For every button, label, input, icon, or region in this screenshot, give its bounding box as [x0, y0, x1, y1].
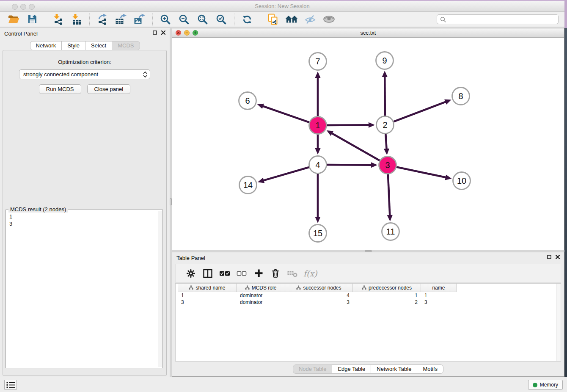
edge-3-11[interactable]	[388, 174, 390, 216]
home-view-button[interactable]	[284, 13, 299, 26]
tab-motifs[interactable]: Motifs	[417, 364, 443, 374]
export-table-button[interactable]	[114, 13, 128, 26]
table-cell[interactable]: 4	[285, 292, 353, 299]
search-input[interactable]	[448, 17, 555, 22]
column-header-predecessor-nodes[interactable]: predecessor nodes	[353, 284, 421, 292]
save-session-button[interactable]	[25, 13, 39, 26]
graph-node-label: 14	[243, 180, 253, 190]
edge-arrowhead	[258, 178, 264, 183]
control-panel: Control Panel NetworkStyleSelectMCDS Opt…	[0, 28, 170, 377]
add-column-button[interactable]	[251, 267, 266, 280]
network-close-button[interactable]: ✕	[176, 30, 181, 36]
optimization-criterion-label: Optimization criterion:	[3, 59, 166, 65]
edge-1-6[interactable]	[262, 106, 309, 122]
edge-arrowhead	[387, 215, 393, 221]
table-cell[interactable]: 1	[353, 292, 421, 299]
edge-arrowhead	[315, 148, 320, 155]
control-panel-title: Control Panel	[4, 30, 38, 37]
table-cell[interactable]: 3	[421, 299, 457, 306]
edge-2-8[interactable]	[394, 102, 446, 121]
open-session-button[interactable]	[6, 13, 21, 26]
column-header-successor-nodes[interactable]: successor nodes	[285, 284, 353, 292]
refresh-button[interactable]	[240, 13, 254, 26]
close-panel-icon[interactable]	[161, 30, 165, 35]
task-history-button[interactable]	[4, 380, 17, 390]
edge-3-10[interactable]	[396, 167, 446, 177]
table-row[interactable]: 1dominator411	[178, 292, 457, 299]
function-builder-button[interactable]: f(x)	[303, 269, 317, 278]
table-cell[interactable]: 2	[353, 299, 421, 306]
tab-select[interactable]: Select	[85, 41, 112, 50]
network-minimize-button[interactable]: −	[184, 30, 190, 36]
window-zoom-button[interactable]	[29, 4, 35, 10]
mcds-result-line: 1	[9, 213, 162, 220]
deselect-all-rows-button[interactable]	[234, 267, 249, 280]
tab-edge-table[interactable]: Edge Table	[332, 364, 371, 374]
table-cell[interactable]: dominator	[237, 299, 285, 306]
table-cell[interactable]: 1	[178, 292, 237, 299]
criterion-select-value: strongly connected component	[23, 71, 98, 77]
zoom-in-button[interactable]	[158, 13, 173, 26]
hide-selected-button[interactable]	[303, 13, 317, 26]
edge-arrowhead	[371, 162, 377, 168]
edge-3-1[interactable]	[331, 133, 380, 160]
run-mcds-button[interactable]: Run MCDS	[39, 84, 81, 94]
tab-style[interactable]: Style	[61, 41, 85, 50]
import-network-icon	[52, 14, 63, 25]
zoom-out-button[interactable]	[177, 13, 191, 26]
graph-node-label: 2	[383, 120, 387, 130]
tab-node-table[interactable]: Node Table	[293, 364, 333, 374]
tab-network[interactable]: Network	[30, 41, 62, 50]
graph-node-label: 10	[457, 176, 466, 185]
show-all-button[interactable]	[322, 13, 336, 26]
table-cell[interactable]: dominator	[237, 292, 285, 299]
new-network-from-selection-button[interactable]	[266, 13, 280, 26]
table-cell[interactable]: 1	[421, 292, 457, 299]
network-zoom-button[interactable]: +	[193, 30, 198, 36]
table-row[interactable]: 3dominator323	[178, 299, 457, 306]
table-scrollbar[interactable]	[556, 284, 561, 361]
network-window-titlebar: ✕ − + scc.txt	[172, 28, 564, 38]
window-close-button[interactable]	[12, 4, 18, 10]
float-panel-icon[interactable]	[547, 255, 551, 259]
delete-column-button[interactable]	[268, 267, 283, 280]
result-scrollbar[interactable]	[158, 211, 162, 367]
toolbar-separator	[89, 14, 90, 25]
tab-network-table[interactable]: Network Table	[371, 364, 417, 374]
zoom-fit-button[interactable]	[195, 13, 210, 26]
desktop-edge-right-top	[564, 0, 567, 28]
edge-4-3[interactable]	[327, 165, 372, 165]
table-header-row: shared name MCDS role successor nodes pr…	[178, 284, 457, 292]
memory-button[interactable]: Memory	[528, 380, 563, 390]
column-header-shared-name[interactable]: shared name	[178, 284, 237, 292]
mcds-result-title: MCDS result (2 nodes)	[8, 206, 68, 213]
network-canvas[interactable]: 1234678910111415	[172, 38, 564, 250]
export-image-button[interactable]	[132, 13, 147, 26]
column-header-name[interactable]: name	[421, 284, 457, 292]
show-columns-button[interactable]	[201, 267, 215, 280]
close-panel-icon[interactable]	[556, 255, 560, 259]
table-toolbar: f(x)	[175, 264, 561, 283]
edge-arrowhead	[315, 217, 320, 223]
export-network-button[interactable]	[95, 13, 110, 26]
import-network-button[interactable]	[51, 13, 65, 26]
column-tree-icon	[189, 285, 193, 290]
close-panel-button[interactable]: Close panel	[87, 84, 131, 94]
edge-2-9[interactable]	[385, 76, 385, 116]
table-cell[interactable]: 3	[285, 299, 353, 306]
select-all-rows-button[interactable]	[217, 267, 232, 280]
edge-2-3[interactable]	[385, 134, 386, 149]
criterion-select[interactable]: strongly connected component	[19, 69, 150, 79]
float-panel-icon[interactable]	[153, 30, 157, 35]
import-table-button[interactable]	[69, 13, 84, 26]
window-minimize-button[interactable]	[20, 4, 26, 10]
delete-table-button[interactable]	[285, 267, 300, 280]
column-header-mcds-role[interactable]: MCDS role	[237, 284, 285, 292]
column-header-label: shared name	[195, 285, 225, 291]
table-cell[interactable]: 3	[178, 299, 237, 306]
tab-mcds[interactable]: MCDS	[112, 41, 140, 50]
edge-4-14[interactable]	[263, 167, 309, 181]
zoom-selected-button[interactable]	[214, 13, 228, 26]
edge-1-2[interactable]	[327, 125, 369, 125]
table-settings-button[interactable]	[184, 267, 198, 280]
